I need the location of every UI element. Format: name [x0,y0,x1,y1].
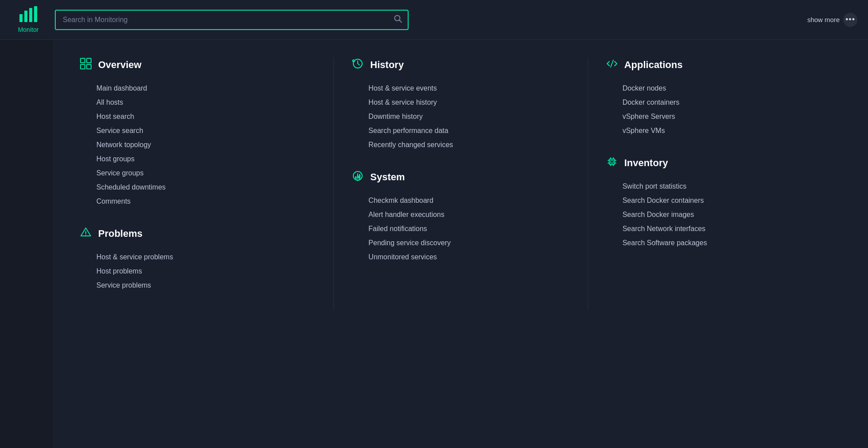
section-header-applications: Applications [606,57,824,72]
list-item: All hosts [96,95,316,110]
search-docker-containers-link[interactable]: Search Docker containers [623,197,704,204]
list-item: Checkmk dashboard [368,194,570,208]
comments-link[interactable]: Comments [96,197,130,205]
list-item: Docker nodes [623,81,824,95]
section-inventory: Inventory Switch port statistics Search … [606,156,824,250]
host-service-problems-link[interactable]: Host & service problems [96,253,173,261]
svg-point-11 [85,235,86,235]
list-item: Host search [96,110,316,124]
search-docker-images-link[interactable]: Search Docker images [623,211,694,218]
history-icon [352,57,364,72]
list-item: Host problems [96,264,316,278]
service-search-link[interactable]: Service search [96,127,143,134]
list-item: Downtime history [368,110,570,124]
section-history: History Host & service events Host & ser… [352,57,570,152]
column-overview: Overview Main dashboard All hosts Host s… [80,57,333,310]
switch-port-statistics-link[interactable]: Switch port statistics [623,182,687,190]
downtime-history-link[interactable]: Downtime history [368,113,423,120]
service-problems-link[interactable]: Service problems [96,281,151,289]
svg-rect-3 [34,6,37,22]
history-title: History [370,59,404,71]
list-item: Host groups [96,152,316,166]
applications-title: Applications [624,59,683,71]
svg-line-5 [399,20,401,22]
svg-rect-20 [611,160,613,163]
svg-rect-17 [359,174,360,178]
section-applications: Applications Docker nodes Docker contain… [606,57,824,138]
svg-rect-7 [87,58,91,63]
svg-rect-15 [355,176,356,178]
vsphere-servers-link[interactable]: vSphere Servers [623,113,675,120]
alert-handler-executions-link[interactable]: Alert handler executions [368,211,444,218]
host-service-history-link[interactable]: Host & service history [368,99,437,106]
chip-icon [606,156,618,171]
list-item: Search Network interfaces [623,222,824,236]
unmonitored-services-link[interactable]: Unmonitored services [368,253,437,261]
section-header-history: History [352,57,570,72]
list-item: vSphere Servers [623,110,824,124]
svg-line-18 [611,60,613,67]
search-button[interactable] [394,14,402,25]
search-network-interfaces-link[interactable]: Search Network interfaces [623,225,706,232]
search-bar [55,10,409,30]
list-item: Network topology [96,138,316,152]
section-header-overview: Overview [80,57,316,72]
recently-changed-services-link[interactable]: Recently changed services [368,141,453,148]
list-item: Switch port statistics [623,179,824,194]
problems-title: Problems [98,228,142,239]
list-item: Service problems [96,278,316,292]
app-title: Monitor [18,26,39,33]
monitor-icon [19,6,37,24]
host-problems-link[interactable]: Host problems [96,267,142,275]
column-applications: Applications Docker nodes Docker contain… [588,57,841,310]
grid-icon [80,57,92,72]
svg-rect-0 [19,14,23,22]
system-icon [352,170,364,185]
list-item: Scheduled downtimes [96,180,316,194]
host-service-events-link[interactable]: Host & service events [368,84,437,92]
list-item: Search performance data [368,124,570,138]
list-item: Host & service history [368,95,570,110]
section-overview: Overview Main dashboard All hosts Host s… [80,57,316,209]
show-more-button[interactable]: ••• [843,13,857,27]
logo-area: Monitor [11,6,46,33]
list-item: Search Docker containers [623,194,824,208]
vsphere-vms-link[interactable]: vSphere VMs [623,127,665,134]
search-input[interactable] [55,10,409,30]
svg-rect-16 [357,175,359,178]
docker-containers-link[interactable]: Docker containers [623,99,680,106]
warning-icon [80,226,92,241]
svg-rect-19 [609,159,615,164]
all-hosts-link[interactable]: All hosts [96,99,123,106]
host-search-link[interactable]: Host search [96,113,134,120]
list-item: vSphere VMs [623,124,824,138]
host-groups-link[interactable]: Host groups [96,155,134,163]
docker-nodes-link[interactable]: Docker nodes [623,84,666,92]
scheduled-downtimes-link[interactable]: Scheduled downtimes [96,183,166,191]
top-bar: Monitor show more ••• [0,0,868,40]
main-dashboard-link[interactable]: Main dashboard [96,84,147,92]
checkmk-dashboard-link[interactable]: Checkmk dashboard [368,197,433,204]
left-sidebar [0,40,53,448]
pending-service-discovery-link[interactable]: Pending service discovery [368,239,451,247]
service-groups-link[interactable]: Service groups [96,169,144,177]
show-more-area[interactable]: show more ••• [807,13,857,27]
list-item: Search Software packages [623,236,824,250]
section-problems: Problems Host & service problems Host pr… [80,226,316,292]
network-topology-link[interactable]: Network topology [96,141,151,148]
search-performance-data-link[interactable]: Search performance data [368,127,448,134]
list-item: Host & service events [368,81,570,95]
overview-list: Main dashboard All hosts Host search Ser… [80,81,316,209]
failed-notifications-link[interactable]: Failed notifications [368,225,427,232]
problems-list: Host & service problems Host problems Se… [80,250,316,292]
list-item: Comments [96,194,316,209]
inventory-list: Switch port statistics Search Docker con… [606,179,824,250]
list-item: Search Docker images [623,208,824,222]
search-software-packages-link[interactable]: Search Software packages [623,239,707,247]
section-header-problems: Problems [80,226,316,241]
list-item: Docker containers [623,95,824,110]
section-header-system: System [352,170,570,185]
system-list: Checkmk dashboard Alert handler executio… [352,194,570,264]
list-item: Service groups [96,166,316,180]
svg-rect-8 [80,65,85,69]
